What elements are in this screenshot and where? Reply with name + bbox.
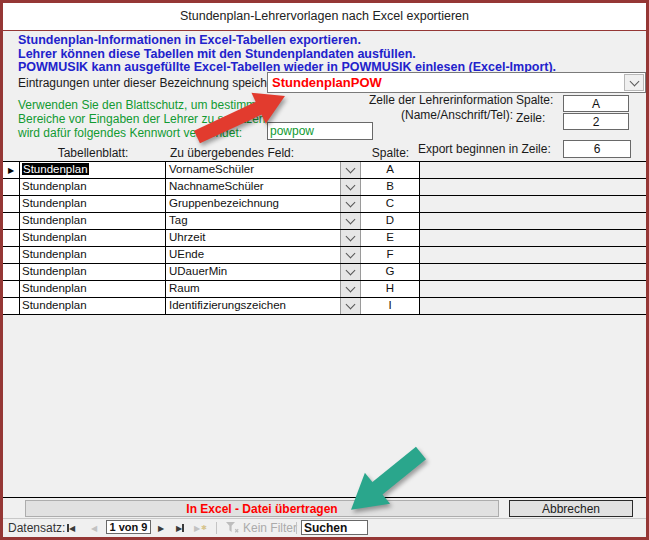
field-dropdown-button[interactable] [340,162,361,178]
column-cell[interactable]: B [361,179,420,195]
column-cell[interactable]: A [361,162,420,178]
search-input[interactable] [301,520,368,535]
mapping-datasheet: ▶ Stundenplan VornameSchüler A ▶ Stunden… [3,161,646,315]
field-cell[interactable]: UDauerMin [166,264,340,280]
row-filler [420,281,646,297]
record-selector[interactable]: ▶ [3,196,20,212]
table-row[interactable]: ▶ Stundenplan Gruppenbezeichnung C [3,196,646,213]
header-feld: Zu übergebendes Feld: [170,146,294,160]
field-dropdown-button[interactable] [340,298,361,314]
field-dropdown-button[interactable] [340,247,361,263]
column-cell[interactable]: G [361,264,420,280]
chevron-down-icon [346,232,356,242]
record-selector[interactable]: ▶ [3,162,20,178]
export-dialog: Stundenplan-Lehrervorlagen nach Excel ex… [0,0,649,540]
record-selector[interactable]: ▶ [3,179,20,195]
info-line-2: Lehrer können diese Tabellen mit den Stu… [18,48,556,62]
save-name-value: StundenplanPOW [272,73,382,92]
row-filler [420,179,646,195]
column-cell[interactable]: H [361,281,420,297]
statusbar-divider [216,522,217,534]
field-cell[interactable]: Raum [166,281,340,297]
sheet-cell[interactable]: Stundenplan [20,179,166,195]
table-row[interactable]: ▶ Stundenplan Raum H [3,281,646,298]
record-position-box[interactable] [106,520,151,534]
next-record-icon[interactable]: ▶ [158,522,164,534]
teacher-cell-label-line-2: (Name/Anschrift/Tel): [363,108,513,123]
field-cell[interactable]: Identifizierungszeichen [166,298,340,314]
sheet-cell[interactable]: Stundenplan [20,247,166,263]
field-dropdown-button[interactable] [340,196,361,212]
sheet-cell[interactable]: Stundenplan [20,264,166,280]
sheet-cell[interactable]: Stundenplan [20,230,166,246]
record-label: Datensatz: [8,521,65,535]
record-selector[interactable]: ▶ [3,247,20,263]
column-cell[interactable]: F [361,247,420,263]
sheet-cell[interactable]: Stundenplan [20,196,166,212]
new-record-icon: ▶✱ [194,522,207,534]
statusbar-divider [296,522,297,534]
table-row[interactable]: ▶ Stundenplan NachnameSchüler B [3,179,646,196]
record-selector[interactable]: ▶ [3,298,20,314]
info-text: Stundenplan-Informationen in Excel-Tabel… [18,34,556,75]
field-cell[interactable]: NachnameSchüler [166,179,340,195]
field-dropdown-button[interactable] [340,281,361,297]
password-field[interactable] [267,122,373,140]
filter-icon [225,521,239,533]
chevron-down-icon [346,181,356,191]
bottom-separator [3,497,646,498]
first-record-icon[interactable]: ◀ [67,522,75,534]
previous-record-icon: ◀ [91,522,97,534]
column-cell[interactable]: C [361,196,420,212]
chevron-down-icon [346,300,356,310]
teacher-column-field[interactable] [563,95,629,112]
row-filler [420,264,646,280]
record-selector[interactable]: ▶ [3,281,20,297]
table-row[interactable]: ▶ Stundenplan UDauerMin G [3,264,646,281]
save-name-label: Eintragungen unter dieser Bezeichnung sp… [18,76,288,90]
field-dropdown-button[interactable] [340,264,361,280]
table-row[interactable]: ▶ Stundenplan Identifizierungszeichen I [3,298,646,315]
combo-dropdown-button[interactable] [624,74,644,91]
chevron-down-icon [629,76,639,86]
sheet-cell[interactable]: Stundenplan [20,281,166,297]
record-navigation-bar: Datensatz: ◀ ◀ ▶ ▶ ▶✱ Kein Filter [3,518,646,537]
protection-note: Verwenden Sie den Blattschutz, um bestim… [18,99,269,140]
sheet-cell[interactable]: Stundenplan [20,298,166,314]
sheet-cell[interactable]: Stundenplan [20,213,166,229]
field-cell[interactable]: UEnde [166,247,340,263]
header-tabellenblatt: Tabellenblatt: [20,146,166,160]
table-row[interactable]: ▶ Stundenplan Tag D [3,213,646,230]
field-dropdown-button[interactable] [340,179,361,195]
record-selector[interactable]: ▶ [3,213,20,229]
last-record-icon[interactable]: ▶ [176,522,184,534]
row-filler [420,213,646,229]
export-to-excel-button[interactable]: In Excel - Datei übertragen [25,500,499,517]
field-cell[interactable]: Tag [166,213,340,229]
field-cell[interactable]: Uhrzeit [166,230,340,246]
spalte-label: Spalte: [516,93,553,107]
field-cell[interactable]: Gruppenbezeichnung [166,196,340,212]
table-row[interactable]: ▶ Stundenplan Uhrzeit E [3,230,646,247]
record-selector[interactable]: ▶ [3,264,20,280]
cancel-button[interactable]: Abbrechen [509,500,633,517]
column-cell[interactable]: D [361,213,420,229]
field-dropdown-button[interactable] [340,230,361,246]
export-start-label: Export beginnen in Zeile: [418,142,551,156]
table-row[interactable]: ▶ Stundenplan UEnde F [3,247,646,264]
export-start-field[interactable] [563,140,631,158]
sheet-cell[interactable]: Stundenplan [20,162,166,178]
table-row[interactable]: ▶ Stundenplan VornameSchüler A [3,162,646,179]
field-cell[interactable]: VornameSchüler [166,162,340,178]
save-name-combobox[interactable]: StundenplanPOW [267,72,646,93]
protection-note-line-1: Verwenden Sie den Blattschutz, um bestim… [18,99,269,113]
column-cell[interactable]: E [361,230,420,246]
chevron-down-icon [346,198,356,208]
chevron-down-icon [346,215,356,225]
row-filler [420,298,646,314]
record-selector[interactable]: ▶ [3,230,20,246]
column-cell[interactable]: I [361,298,420,314]
info-line-1: Stundenplan-Informationen in Excel-Tabel… [18,34,556,48]
teacher-row-field[interactable] [563,113,629,130]
field-dropdown-button[interactable] [340,213,361,229]
